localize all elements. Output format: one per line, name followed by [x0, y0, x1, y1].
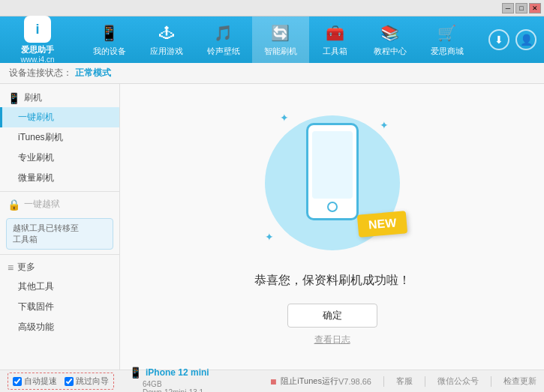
- tutorials-icon: 📚: [380, 22, 401, 43]
- minimize-button[interactable]: ─: [502, 3, 514, 13]
- bottom-right: V7.98.66 客服 微信公众号 检查更新: [338, 376, 536, 387]
- phone-device: [306, 123, 359, 220]
- flash-section-header: 📱 刷机: [0, 88, 119, 107]
- confirm-button[interactable]: 确定: [287, 304, 377, 328]
- logo[interactable]: i 爱思助手 www.i4.cn: [8, 16, 68, 64]
- nav-apps-games[interactable]: 🕹 应用游戏: [138, 16, 195, 63]
- jailbreak-label: 一键越狱: [24, 198, 60, 211]
- sep-2: [425, 376, 425, 387]
- stop-icon: ⏹: [269, 377, 278, 386]
- auto-send-checkbox[interactable]: 自动提速: [13, 376, 57, 387]
- close-button[interactable]: ✕: [529, 3, 541, 13]
- nav-smart-flash-label: 智能刷机: [264, 46, 297, 57]
- flash-section-label: 刷机: [24, 91, 42, 104]
- store-icon: 🛒: [437, 22, 458, 43]
- more-section-icon: ≡: [8, 262, 14, 274]
- status-label: 设备连接状态：: [9, 67, 72, 79]
- auto-send-label: 自动提速: [24, 376, 57, 387]
- itunes-label: 阻止iTunes运行: [281, 376, 338, 387]
- sidebar: 📱 刷机 一键刷机 iTunes刷机 专业刷机 微量刷机 🔒 一键越狱 越狱工具…: [0, 84, 120, 370]
- sep-3: [491, 376, 491, 387]
- version-text: V7.98.66: [338, 377, 371, 386]
- jailbreak-section-header: 🔒 一键越狱: [0, 195, 119, 214]
- logo-url: www.i4.cn: [20, 55, 54, 64]
- toolbox-icon: 🧰: [325, 22, 346, 43]
- device-icon: 📱: [129, 367, 142, 379]
- apps-games-icon: 🕹: [156, 22, 177, 43]
- phone-illustration: ✦ ✦ ✦ NEW: [257, 108, 407, 258]
- sidebar-one-click-flash[interactable]: 一键刷机: [0, 107, 119, 127]
- nav-smart-flash[interactable]: 🔄 智能刷机: [252, 16, 309, 63]
- nav-tutorials-label: 教程中心: [374, 46, 407, 57]
- sidebar-micro-flash[interactable]: 微量刷机: [0, 168, 119, 188]
- checkbox-group: 自动提速 跳过向导: [8, 373, 114, 390]
- more-section-header: ≡ 更多: [0, 258, 119, 277]
- window-controls[interactable]: ─ □ ✕: [502, 3, 541, 13]
- device-storage: 64GB: [129, 380, 209, 388]
- sidebar-other-tools[interactable]: 其他工具: [0, 277, 119, 297]
- skip-wizard-checkbox[interactable]: 跳过向导: [65, 376, 109, 387]
- status-bar: 设备连接状态： 正常模式: [0, 63, 544, 84]
- flash-section-icon: 📱: [8, 92, 20, 104]
- jailbreak-icon: 🔒: [8, 199, 20, 211]
- phone-screen: [312, 131, 353, 199]
- sidebar-download-firmware[interactable]: 下载固件: [0, 297, 119, 317]
- skip-wizard-label: 跳过向导: [76, 376, 109, 387]
- smart-flash-icon: 🔄: [270, 22, 291, 43]
- more-section-label: 更多: [17, 261, 35, 274]
- my-device-icon: 📱: [99, 22, 120, 43]
- auto-send-input[interactable]: [13, 377, 22, 386]
- header: i 爱思助手 www.i4.cn 📱 我的设备 🕹 应用游戏 🎵 铃声壁纸 🔄 …: [0, 16, 544, 63]
- logo-icon: i: [24, 16, 51, 43]
- device-firmware: Down-12mini-13,1: [129, 388, 209, 393]
- nav-ringtones[interactable]: 🎵 铃声壁纸: [195, 16, 252, 63]
- sidebar-pro-flash[interactable]: 专业刷机: [0, 148, 119, 168]
- sidebar-advanced[interactable]: 高级功能: [0, 317, 119, 337]
- download-button[interactable]: ⬇: [488, 29, 509, 50]
- nav-toolbox[interactable]: 🧰 工具箱: [309, 16, 362, 63]
- divider-1: [0, 191, 119, 192]
- phone-home-button: [327, 202, 338, 212]
- nav-toolbox-label: 工具箱: [323, 46, 347, 57]
- user-button[interactable]: 👤: [515, 29, 536, 50]
- content-area: ✦ ✦ ✦ NEW 恭喜您，保资料刷机成功啦！ 确定 查看日志: [120, 84, 544, 370]
- maximize-button[interactable]: □: [515, 3, 527, 13]
- nav-bar: 📱 我的设备 🕹 应用游戏 🎵 铃声壁纸 🔄 智能刷机 🧰 工具箱 📚 教程中心…: [68, 16, 488, 63]
- ringtones-icon: 🎵: [213, 22, 234, 43]
- sparkle-3: ✦: [265, 231, 274, 243]
- sparkle-1: ✦: [380, 119, 389, 131]
- device-row: 📱 iPhone 12 mini: [129, 367, 209, 379]
- skip-wizard-input[interactable]: [65, 377, 74, 386]
- device-section: 📱 iPhone 12 mini 64GB Down-12mini-13,1: [129, 367, 209, 393]
- bottom-bar: 自动提速 跳过向导 📱 iPhone 12 mini 64GB Down-12m…: [0, 370, 544, 392]
- nav-my-device-label: 我的设备: [93, 46, 126, 57]
- nav-store[interactable]: 🛒 爱思商城: [419, 16, 476, 63]
- sidebar-itunes-flash[interactable]: iTunes刷机: [0, 127, 119, 148]
- header-right: ⬇ 👤: [488, 29, 536, 50]
- device-name: iPhone 12 mini: [146, 367, 209, 378]
- new-badge: NEW: [357, 211, 408, 238]
- sep-1: [383, 376, 384, 387]
- main-layout: 📱 刷机 一键刷机 iTunes刷机 专业刷机 微量刷机 🔒 一键越狱 越狱工具…: [0, 84, 544, 370]
- bottom-left: 自动提速 跳过向导 📱 iPhone 12 mini 64GB Down-12m…: [8, 367, 269, 393]
- nav-ringtones-label: 铃声壁纸: [207, 46, 240, 57]
- nav-store-label: 爱思商城: [431, 46, 464, 57]
- check-update-link[interactable]: 检查更新: [503, 376, 536, 387]
- logo-name: 爱思助手: [21, 44, 54, 55]
- sparkle-2: ✦: [280, 112, 289, 124]
- itunes-status: ⏹ 阻止iTunes运行: [269, 376, 338, 387]
- title-bar: ─ □ ✕: [0, 0, 544, 16]
- divider-2: [0, 254, 119, 255]
- jailbreak-info: 越狱工具已转移至工具箱: [6, 218, 113, 250]
- nav-apps-games-label: 应用游戏: [150, 46, 183, 57]
- wechat-link[interactable]: 微信公众号: [437, 376, 479, 387]
- success-text: 恭喜您，保资料刷机成功啦！: [254, 273, 410, 289]
- log-link[interactable]: 查看日志: [314, 334, 350, 346]
- nav-my-device[interactable]: 📱 我的设备: [81, 16, 138, 63]
- nav-tutorials[interactable]: 📚 教程中心: [362, 16, 419, 63]
- customer-service-link[interactable]: 客服: [396, 376, 413, 387]
- status-value: 正常模式: [75, 67, 111, 79]
